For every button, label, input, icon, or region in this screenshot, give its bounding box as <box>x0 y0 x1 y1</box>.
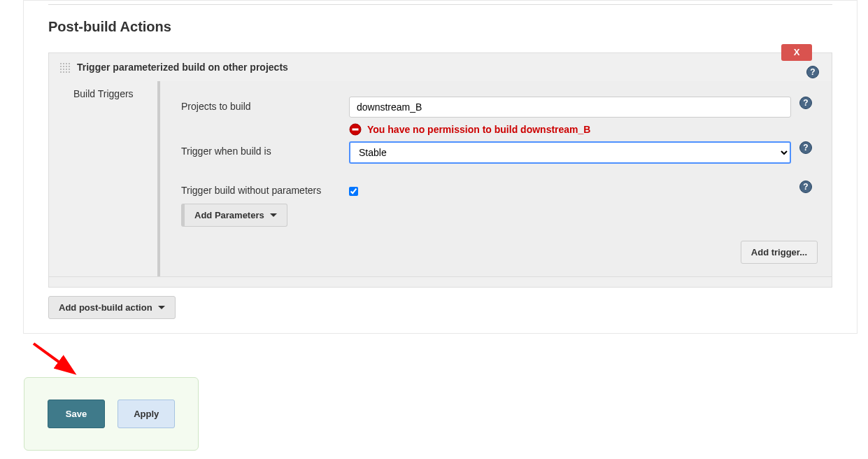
apply-button[interactable]: Apply <box>118 400 175 428</box>
annotation-arrow-icon <box>27 340 83 382</box>
section-title: Post-build Actions <box>48 4 832 52</box>
help-icon[interactable]: ? <box>799 141 812 154</box>
projects-to-build-input[interactable] <box>349 97 791 118</box>
caret-down-icon <box>270 213 277 217</box>
trigger-when-select[interactable]: Stable <box>349 141 791 164</box>
build-triggers-label: Build Triggers <box>49 81 154 276</box>
svg-line-3 <box>34 344 72 372</box>
block-footer-spacer <box>48 277 832 288</box>
action-title: Trigger parameterized build on other pro… <box>77 62 288 73</box>
add-post-build-action-label: Add post-build action <box>59 302 152 313</box>
help-icon[interactable]: ? <box>799 181 812 193</box>
save-button[interactable]: Save <box>48 400 105 428</box>
projects-to-build-label: Projects to build <box>181 97 349 112</box>
validation-error: You have no permission to build downstre… <box>349 123 791 136</box>
error-icon <box>349 123 362 136</box>
trigger-without-parameters-label: Trigger build without parameters <box>181 181 349 196</box>
svg-rect-1 <box>353 129 359 131</box>
error-message: You have no permission to build downstre… <box>367 124 590 135</box>
trigger-without-parameters-checkbox[interactable] <box>349 187 358 196</box>
save-apply-bar: Save Apply <box>24 377 199 451</box>
action-header: Trigger parameterized build on other pro… <box>49 53 832 81</box>
add-parameters-label: Add Parameters <box>194 210 264 220</box>
drag-handle-icon[interactable] <box>59 62 70 73</box>
help-icon[interactable]: ? <box>806 66 819 78</box>
add-trigger-button[interactable]: Add trigger... <box>741 241 818 264</box>
caret-down-icon <box>158 306 165 309</box>
post-build-action-block: X Trigger parameterized build on other p… <box>48 52 832 277</box>
delete-action-button[interactable]: X <box>781 44 812 61</box>
add-post-build-action-button[interactable]: Add post-build action <box>48 296 176 319</box>
help-icon[interactable]: ? <box>799 97 812 109</box>
trigger-when-label: Trigger when build is <box>181 141 349 157</box>
add-parameters-button[interactable]: Add Parameters <box>181 204 287 227</box>
